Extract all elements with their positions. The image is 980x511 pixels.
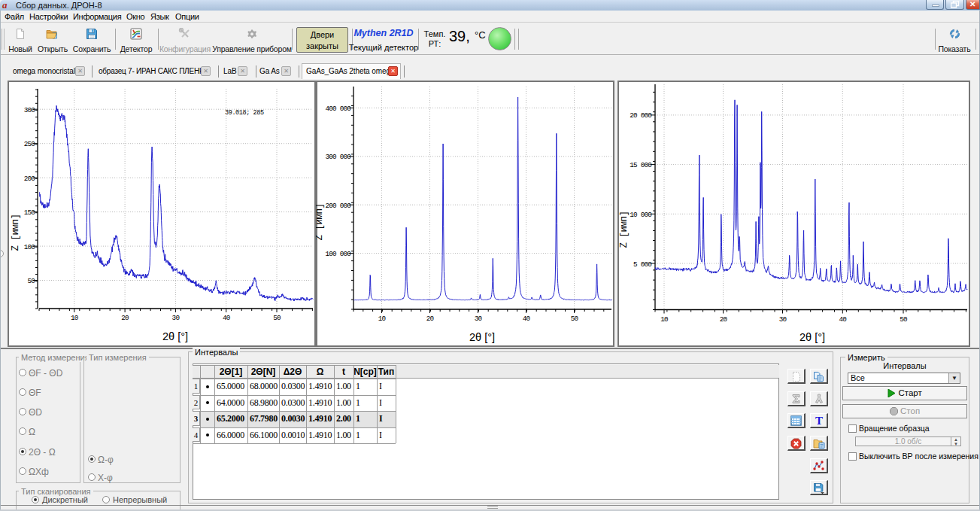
svg-text:39.018; 285: 39.018; 285 [225,109,264,117]
svg-text:200: 200 [24,175,35,183]
svg-text:2θ [°]: 2θ [°] [162,330,188,342]
svg-text:200 000: 200 000 [326,202,351,210]
svg-text:300: 300 [24,106,35,114]
svg-text:20: 20 [426,315,434,323]
svg-text:Z [имп]: Z [имп] [11,214,21,251]
svg-text:20: 20 [121,314,129,322]
svg-text:40: 40 [839,315,847,324]
svg-text:300 000: 300 000 [326,153,351,161]
svg-text:50: 50 [273,314,281,322]
svg-text:15 000: 15 000 [630,161,651,169]
svg-text:50: 50 [571,315,578,323]
svg-text:Z [имп]: Z [имп] [316,203,325,240]
svg-text:10: 10 [660,315,668,324]
svg-text:20: 20 [720,315,727,324]
svg-text:100 000: 100 000 [326,250,351,258]
svg-text:150: 150 [24,208,35,217]
svg-text:2θ [°]: 2θ [°] [469,331,495,343]
svg-text:20 000: 20 000 [630,111,651,120]
svg-text:10 000: 10 000 [630,211,651,219]
svg-text:a: a [2,1,8,10]
svg-text:5 000: 5 000 [633,260,651,269]
svg-text:40: 40 [523,315,530,323]
svg-text:50: 50 [900,315,907,324]
svg-text:250: 250 [24,140,35,148]
svg-text:400 000: 400 000 [326,105,351,113]
svg-text:10: 10 [71,314,78,322]
svg-text:30: 30 [475,315,482,323]
svg-text:100: 100 [24,243,35,251]
svg-text:30: 30 [172,314,180,322]
svg-text:T: T [815,415,822,426]
svg-text:10: 10 [378,315,386,323]
svg-text:2θ [°]: 2θ [°] [799,331,825,343]
svg-text:40: 40 [223,314,230,322]
svg-text:50: 50 [27,277,35,285]
svg-text:30: 30 [779,315,787,324]
svg-text:Z [имп]: Z [имп] [619,211,630,248]
